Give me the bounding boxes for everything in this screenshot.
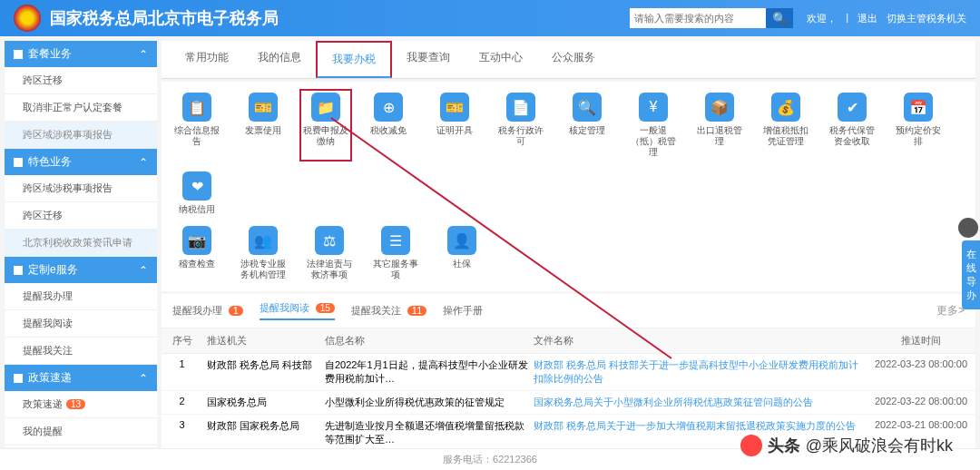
sidebar-group-header[interactable]: 特色业务⌃ <box>5 149 157 175</box>
more-link[interactable]: 更多> <box>936 303 965 318</box>
sidebar-item[interactable]: 提醒我办理 <box>5 283 157 310</box>
function-icon-增值税抵扣凭证管理[interactable]: 💰增值税抵扣凭证管理 <box>760 93 812 158</box>
icon-glyph: 📷 <box>182 226 211 255</box>
main-tabs: 常用功能我的信息我要办税我要查询互动中心公众服务 <box>162 41 975 79</box>
icon-glyph: ✔ <box>838 93 867 122</box>
function-icon-一般退（抵）税管理[interactable]: ¥一般退（抵）税管理 <box>627 93 680 158</box>
sidebar-item[interactable]: 跨区域涉税事项报告 <box>5 122 157 149</box>
main-tab[interactable]: 公众服务 <box>537 41 610 78</box>
watermark: 头条 @乘风破浪会有时kk <box>740 435 953 456</box>
function-icon-核定管理[interactable]: 🔍核定管理 <box>561 93 613 158</box>
sidebar-group-header[interactable]: 政策速递⌃ <box>5 365 157 391</box>
main-content: 常用功能我的信息我要办税我要查询互动中心公众服务 📋综合信息报告🎫发票使用📁税费… <box>162 41 975 447</box>
function-icon-证明开具[interactable]: 🎫证明开具 <box>428 93 481 158</box>
function-icon-法律追责与救济事项[interactable]: ⚖法律追责与救济事项 <box>303 226 356 280</box>
icon-label: 综合信息报告 <box>171 125 223 147</box>
icon-label: 一般退（抵）税管理 <box>627 125 680 158</box>
app-title: 国家税务总局北京市电子税务局 <box>50 7 630 29</box>
function-icon-发票使用[interactable]: 🎫发票使用 <box>237 93 289 158</box>
function-icon-出口退税管理[interactable]: 📦出口退税管理 <box>693 93 746 158</box>
icon-glyph: 🔍 <box>573 93 602 122</box>
function-icon-税费申报及缴纳[interactable]: 📁税费申报及缴纳 <box>299 89 352 162</box>
icon-glyph: 📋 <box>182 93 211 122</box>
icon-label: 税务代保管资金收取 <box>826 125 878 147</box>
icon-label: 稽查检查 <box>171 259 223 269</box>
logout-link[interactable]: 退出 <box>858 12 877 25</box>
icon-label: 涉税专业服务机构管理 <box>237 259 289 280</box>
cube-icon <box>14 50 23 59</box>
icon-glyph: ¥ <box>639 93 668 122</box>
table-header: 序号 推送机关 信息名称 文件名称 推送时间 <box>162 328 975 354</box>
sidebar-group-header[interactable]: 定制e服务⌃ <box>5 257 157 283</box>
icon-label: 预约定价安排 <box>892 125 945 147</box>
col-header-index: 序号 <box>162 334 202 348</box>
sidebar-item[interactable]: 跨区迁移 <box>5 67 157 94</box>
notice-tabs: 提醒我办理 1提醒我阅读 15提醒我关注 11操作手册更多> <box>162 294 975 328</box>
search-box: 🔍 <box>630 8 793 28</box>
function-icon-稽查检查[interactable]: 📷稽查检查 <box>171 226 223 280</box>
icon-glyph: 📅 <box>904 93 933 122</box>
notice-tab[interactable]: 操作手册 <box>443 304 483 318</box>
function-icon-社保[interactable]: 👤社保 <box>436 226 488 280</box>
sidebar-item[interactable]: 政策速递13 <box>5 391 157 418</box>
function-icon-预约定价安排[interactable]: 📅预约定价安排 <box>892 93 945 158</box>
col-header-name: 信息名称 <box>325 334 534 348</box>
function-icon-grid: 📋综合信息报告🎫发票使用📁税费申报及缴纳⊕税收减免🎫证明开具📄税务行政许可🔍核定… <box>162 82 975 291</box>
app-header: 国家税务总局北京市电子税务局 🔍 欢迎， | 退出 切换主管税务机关 <box>0 0 980 36</box>
sidebar-item[interactable]: 跨区迁移 <box>5 202 157 230</box>
sidebar-item[interactable]: 提醒我阅读 <box>5 310 157 338</box>
sidebar-item[interactable]: 北京利税收政策资讯申请 <box>5 230 157 257</box>
tax-logo <box>14 5 41 32</box>
sidebar-group-header[interactable]: 套餐业务⌃ <box>5 41 157 67</box>
icon-label: 法律追责与救济事项 <box>303 259 356 280</box>
icon-glyph: ☰ <box>381 226 410 255</box>
search-input[interactable] <box>630 8 766 28</box>
sidebar-item[interactable]: 跨区域涉税事项报告 <box>5 175 157 202</box>
icon-label: 证明开具 <box>428 125 481 136</box>
function-icon-税收减免[interactable]: ⊕税收减免 <box>362 93 415 158</box>
sidebar-item[interactable]: 我的场记 <box>5 446 157 447</box>
sidebar: 套餐业务⌃跨区迁移取消非正常户认定套餐跨区域涉税事项报告特色业务⌃跨区域涉税事项… <box>5 41 157 447</box>
function-icon-税务代保管资金收取[interactable]: ✔税务代保管资金收取 <box>826 93 878 158</box>
function-icon-税务行政许可[interactable]: 📄税务行政许可 <box>495 93 547 158</box>
cube-icon <box>14 374 23 383</box>
sidebar-item[interactable]: 提醒我关注 <box>5 338 157 365</box>
header-links: 欢迎， | 退出 切换主管税务机关 <box>807 12 966 25</box>
notice-tab[interactable]: 提醒我关注 11 <box>351 304 426 318</box>
notice-tab[interactable]: 提醒我阅读 15 <box>260 301 335 320</box>
main-tab[interactable]: 我要办税 <box>316 41 392 78</box>
icon-glyph: 📁 <box>311 93 340 122</box>
function-icon-综合信息报告[interactable]: 📋综合信息报告 <box>171 93 223 158</box>
notice-tab[interactable]: 提醒我办理 1 <box>172 304 243 318</box>
function-icon-纳税信用[interactable]: ❤纳税信用 <box>171 171 223 215</box>
main-tab[interactable]: 我的信息 <box>243 41 316 78</box>
helper-avatar-icon[interactable] <box>958 218 978 238</box>
main-tab[interactable]: 我要查询 <box>392 41 465 78</box>
icon-glyph: ❤ <box>182 171 211 201</box>
switch-org-link[interactable]: 切换主管税务机关 <box>887 12 966 25</box>
icon-glyph: 📄 <box>506 93 535 122</box>
table-row[interactable]: 2国家税务总局小型微利企业所得税优惠政策的征管规定国家税务总局关于小型微利企业所… <box>162 391 975 415</box>
icon-glyph: ⊕ <box>374 93 403 122</box>
sidebar-item[interactable]: 取消非正常户认定套餐 <box>5 94 157 122</box>
main-tab[interactable]: 互动中心 <box>465 41 537 78</box>
table-row[interactable]: 1财政部 税务总局 科技部自2022年1月1日起，提高科技型中小企业研发费用税前… <box>162 354 975 391</box>
search-button[interactable]: 🔍 <box>766 8 793 28</box>
icon-label: 其它服务事项 <box>369 259 422 280</box>
sidebar-item[interactable]: 我的提醒 <box>5 418 157 446</box>
function-icon-其它服务事项[interactable]: ☰其它服务事项 <box>369 226 422 280</box>
icon-glyph: 🎫 <box>249 93 278 122</box>
main-tab[interactable]: 常用功能 <box>171 41 243 78</box>
icon-glyph: 💰 <box>771 93 800 122</box>
icon-label: 税务行政许可 <box>495 125 547 147</box>
col-header-org: 推送机关 <box>202 334 325 348</box>
function-icon-涉税专业服务机构管理[interactable]: 👥涉税专业服务机构管理 <box>237 226 289 280</box>
welcome-text: 欢迎， <box>807 12 837 25</box>
icon-label: 纳税信用 <box>171 204 223 215</box>
icon-glyph: 👥 <box>249 226 278 255</box>
icon-label: 出口退税管理 <box>693 125 746 147</box>
online-help-button[interactable]: 在线导办 <box>962 240 980 309</box>
icon-glyph: ⚖ <box>315 226 344 255</box>
icon-label: 核定管理 <box>561 125 613 136</box>
cube-icon <box>14 158 23 167</box>
